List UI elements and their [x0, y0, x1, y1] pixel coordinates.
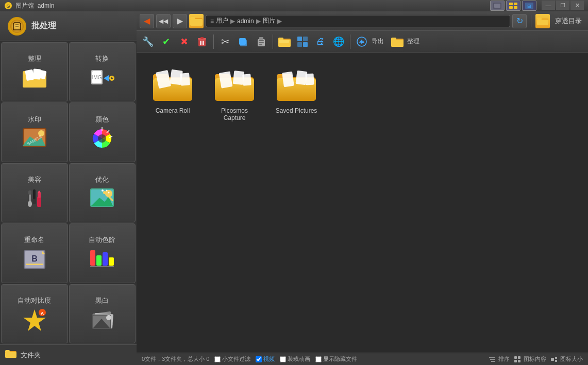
svg-rect-94 [297, 37, 302, 41]
small-filter-checkbox[interactable]: 小文件过滤 [214, 355, 250, 363]
svg-rect-109 [180, 73, 190, 85]
show-hidden-checkbox[interactable]: 显示隐藏文件 [315, 355, 357, 363]
auto-levels-icon [89, 248, 115, 271]
app-title: 图片馆 admin [15, 2, 54, 10]
svg-rect-85 [239, 38, 246, 45]
window-thumb-1[interactable] [490, 1, 505, 11]
toolbar-sep-1 [213, 34, 214, 49]
restore-button[interactable]: ☐ [556, 1, 569, 10]
sidebar-item-rename[interactable]: 重命名 B [1, 223, 68, 283]
nav-bar: ◀ ◀◀ ▶ ≡ 用户 ▶ admin ▶ 图片 ▶ [137, 11, 588, 31]
sidebar-item-organize-label: 整理 [28, 54, 41, 63]
export-tool-btn[interactable] [354, 33, 370, 50]
svg-point-29 [98, 134, 106, 143]
toolbar: 🔧 ✔ ✖ ✂ [137, 31, 588, 53]
settings-tool-btn[interactable]: 🔧 [140, 33, 156, 50]
view-mode-label: 视频 [263, 355, 275, 363]
svg-rect-76 [537, 20, 548, 25]
delete-tool-btn[interactable] [194, 33, 210, 50]
svg-text:A: A [41, 311, 44, 316]
svg-rect-103 [391, 38, 396, 41]
sidebar-item-bw[interactable]: 黑白 [69, 284, 136, 343]
file-browser: Camera Roll [137, 53, 588, 353]
forward-button[interactable]: ▶ [173, 14, 187, 28]
sidebar-item-color[interactable]: 颜色 [69, 102, 136, 162]
svg-rect-126 [518, 356, 520, 359]
sidebar: 批处理 整理 [0, 11, 137, 365]
svg-rect-127 [514, 360, 517, 362]
prev-button[interactable]: ◀◀ [156, 14, 171, 28]
svg-rect-57 [103, 252, 108, 266]
show-hidden-input[interactable] [315, 356, 322, 362]
copy-tool-btn[interactable] [235, 33, 251, 50]
svg-rect-96 [297, 42, 302, 47]
svg-point-47 [102, 189, 104, 192]
optimize-icon [89, 187, 115, 211]
sidebar-header: 批处理 [0, 11, 137, 41]
cut-tool-btn[interactable]: ✂ [217, 33, 233, 50]
svg-text:G: G [6, 4, 10, 9]
back-button[interactable]: ◀ [140, 14, 154, 28]
svg-rect-3 [494, 4, 500, 8]
app-title-text: 图片馆 [15, 2, 34, 9]
icon-size-btn[interactable]: 图标大小 [550, 355, 583, 363]
minimize-button[interactable]: — [542, 1, 555, 10]
icon-content-btn[interactable]: 图标内容 [514, 355, 546, 363]
svg-rect-4 [509, 3, 513, 5]
export-label[interactable]: 导出 [372, 37, 384, 46]
sidebar-item-color-label: 颜色 [95, 115, 109, 124]
sidebar-item-auto-contrast[interactable]: 自动对比度 A [1, 284, 68, 343]
window-thumb-2[interactable] [506, 1, 520, 11]
main-layout: 批处理 整理 [0, 11, 588, 365]
print-tool-btn[interactable]: 🖨 [312, 33, 329, 50]
browser-tool-btn[interactable]: 🌐 [330, 33, 347, 50]
close-button[interactable]: ✕ [570, 1, 584, 10]
nav-right-section: 穿透目录 [535, 14, 585, 28]
svg-rect-115 [242, 74, 251, 85]
sidebar-item-convert[interactable]: 转换 IMG [69, 42, 136, 101]
svg-rect-6 [509, 6, 513, 9]
shortcut-folder-btn[interactable] [535, 14, 550, 28]
file-item-camera-roll[interactable]: Camera Roll [147, 63, 198, 126]
file-item-picosmos-capture[interactable]: Picosmos Capture [209, 63, 260, 126]
refresh-button[interactable]: ↻ [512, 14, 527, 28]
confirm-tool-btn[interactable]: ✔ [158, 33, 174, 50]
app-title-suffix: admin [38, 2, 55, 9]
convert-icon: IMG [89, 66, 115, 90]
organize-tool-btn[interactable] [389, 33, 406, 50]
svg-rect-125 [514, 356, 517, 359]
view-mode-input[interactable] [256, 356, 262, 362]
svg-rect-34 [38, 193, 41, 198]
sidebar-bottom[interactable]: 文件夹 [0, 344, 137, 365]
watermark-icon: SAMPLE [22, 127, 47, 150]
load-animation-checkbox[interactable]: 装载动画 [280, 355, 310, 363]
sidebar-item-beauty[interactable]: 美容 [1, 163, 68, 222]
svg-rect-80 [200, 37, 204, 39]
sort-btn[interactable]: 排序 [489, 355, 510, 363]
folder-icon-camera-roll [152, 67, 193, 103]
cancel-tool-btn[interactable]: ✖ [176, 33, 192, 50]
svg-text:B: B [31, 254, 38, 263]
sidebar-item-watermark[interactable]: 水印 SAMPLE [1, 102, 68, 162]
paste-tool-btn[interactable] [253, 33, 270, 50]
svg-rect-40 [32, 199, 36, 204]
sidebar-item-auto-levels[interactable]: 自动色阶 [69, 223, 136, 283]
open-folder-tool-btn[interactable] [276, 33, 293, 50]
window-thumb-3[interactable]: ⊞ [522, 1, 536, 11]
view-tool-btn[interactable] [294, 33, 311, 50]
small-filter-input[interactable] [214, 356, 221, 362]
sidebar-item-optimize[interactable]: 优化 [69, 163, 136, 222]
svg-rect-53 [26, 264, 43, 265]
svg-point-46 [103, 191, 106, 194]
organize-icon [22, 66, 47, 90]
organize-label[interactable]: 整理 [407, 37, 419, 46]
sidebar-item-organize[interactable]: 整理 [1, 42, 68, 101]
svg-rect-131 [555, 360, 557, 362]
shortcut-dir-label[interactable]: 穿透目录 [552, 15, 585, 27]
load-animation-input[interactable] [280, 356, 286, 362]
app-icon: G [4, 2, 12, 10]
toolbar-sep-3 [350, 34, 350, 49]
sidebar-item-convert-label: 转换 [95, 54, 109, 63]
view-mode-checkbox[interactable]: 视频 [256, 355, 275, 363]
file-item-saved-pictures[interactable]: Saved Pictures [271, 63, 322, 126]
